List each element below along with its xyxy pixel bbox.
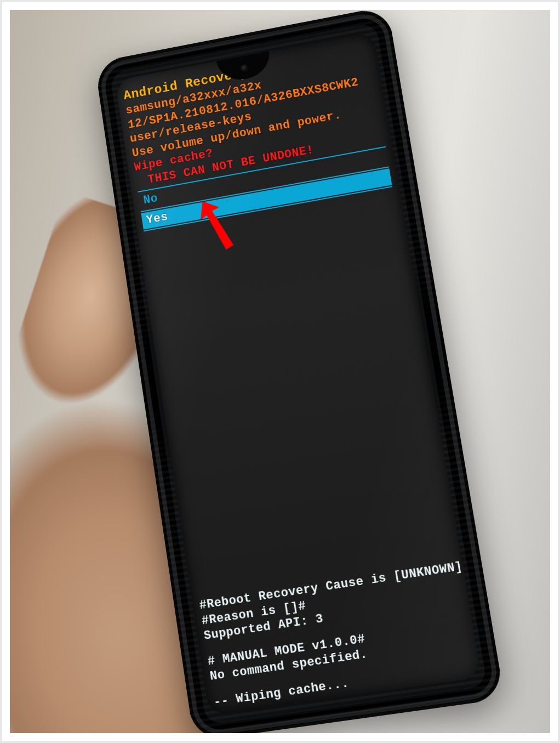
photo-frame: Android Recovery samsung/a32xxx/a32x 12/…: [0, 0, 560, 743]
photo-scene: Android Recovery samsung/a32xxx/a32x 12/…: [10, 10, 550, 733]
